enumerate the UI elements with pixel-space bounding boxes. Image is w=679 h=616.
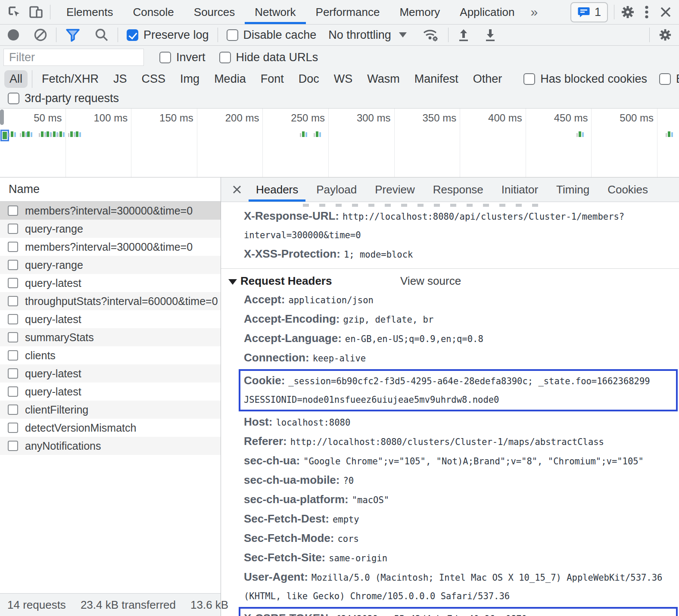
more-tabs-icon[interactable]: » <box>525 5 544 19</box>
disclosure-triangle-icon[interactable] <box>228 279 237 285</box>
request-row[interactable]: throughputStats?interval=60000&time=0 <box>0 292 221 310</box>
third-party-checkbox[interactable] <box>8 93 19 104</box>
request-row-checkbox[interactable] <box>8 242 18 252</box>
record-network-log-icon[interactable] <box>7 28 20 41</box>
detail-tab[interactable]: Response <box>424 177 492 202</box>
request-row[interactable]: query-latest <box>0 310 221 328</box>
resource-type-chip[interactable]: Wasm <box>362 70 405 88</box>
has-blocked-cookies-checkbox[interactable] <box>523 73 535 85</box>
request-row[interactable]: query-latest <box>0 364 221 383</box>
request-row[interactable]: clientFiltering <box>0 401 221 419</box>
device-toolbar-icon[interactable] <box>28 5 44 19</box>
invert-checkbox[interactable] <box>159 52 171 63</box>
request-row-checkbox[interactable] <box>8 404 18 415</box>
view-source-link[interactable]: View source <box>400 271 461 290</box>
detail-tab[interactable]: Preview <box>366 177 424 202</box>
export-har-icon[interactable] <box>484 28 497 42</box>
divider <box>56 28 56 42</box>
resource-type-chip[interactable]: JS <box>108 70 132 88</box>
disable-cache-checkbox[interactable] <box>227 29 238 41</box>
request-row[interactable]: members?interval=300000&time=0 <box>0 238 221 256</box>
request-waterfall-mark[interactable] <box>0 130 9 141</box>
preserve-log-checkbox[interactable] <box>127 29 138 41</box>
detail-tab[interactable]: Payload <box>307 177 366 202</box>
settings-gear-icon[interactable] <box>620 5 635 19</box>
request-row-checkbox[interactable] <box>8 350 18 361</box>
request-waterfall-mark[interactable] <box>74 131 81 137</box>
detail-tab[interactable]: Initiator <box>492 177 547 202</box>
request-waterfall-mark[interactable] <box>9 131 16 137</box>
filter-input[interactable] <box>3 49 144 66</box>
import-har-icon[interactable] <box>457 28 470 42</box>
resource-type-chip[interactable]: Media <box>209 70 251 88</box>
request-row[interactable]: summaryStats <box>0 328 221 346</box>
panel-tab[interactable]: Network <box>245 0 305 24</box>
close-detail-icon[interactable] <box>227 177 247 202</box>
filter-icon[interactable] <box>65 28 81 42</box>
devtools-tab-bar: Elements Console Sources Network Perform… <box>0 0 679 25</box>
request-row[interactable]: query-range <box>0 256 221 274</box>
request-waterfall-mark[interactable] <box>25 131 32 137</box>
detail-tab[interactable]: Cookies <box>598 177 657 202</box>
section-title: Request Headers <box>240 274 332 287</box>
request-row-checkbox[interactable] <box>8 332 18 342</box>
request-row[interactable]: detectVersionMismatch <box>0 419 221 437</box>
request-name: summaryStats <box>25 331 94 344</box>
request-row[interactable]: query-latest <box>0 274 221 292</box>
detail-tab[interactable]: Timing <box>547 177 598 202</box>
request-row-checkbox[interactable] <box>8 224 18 234</box>
request-waterfall-mark[interactable] <box>576 131 584 137</box>
header-value: f8443029-ec55-43d4-be7d-a40c96ae0870 <box>336 614 527 616</box>
resource-type-chip[interactable]: WS <box>329 70 358 88</box>
request-row-checkbox[interactable] <box>8 368 18 379</box>
issues-counter-button[interactable]: 1 <box>570 2 608 22</box>
request-row-checkbox[interactable] <box>8 386 18 397</box>
throttling-select[interactable]: No throttling <box>328 28 407 42</box>
network-conditions-icon[interactable] <box>422 28 439 42</box>
more-options-icon[interactable] <box>645 5 649 19</box>
clear-network-log-icon[interactable] <box>34 28 47 42</box>
request-waterfall-mark[interactable] <box>314 131 321 137</box>
panel-tab[interactable]: Memory <box>389 0 450 24</box>
request-row-checkbox[interactable] <box>8 441 18 451</box>
resource-type-chip[interactable]: Font <box>255 70 289 88</box>
request-row[interactable]: anyNotifications <box>0 437 221 455</box>
request-row[interactable]: query-range <box>0 220 221 238</box>
timeline-grippy-handle[interactable] <box>0 109 4 125</box>
request-row-checkbox[interactable] <box>8 423 18 433</box>
network-settings-gear-icon[interactable] <box>658 28 672 42</box>
request-row-checkbox[interactable] <box>8 314 18 324</box>
panel-tab[interactable]: Performance <box>306 0 390 24</box>
resource-type-chip[interactable]: Doc <box>293 70 324 88</box>
panel-tab[interactable]: Elements <box>56 0 123 24</box>
request-headers-list: Acceptapplication/json Accept-Encodinggz… <box>221 290 679 616</box>
request-row-checkbox[interactable] <box>8 296 18 306</box>
request-row-checkbox[interactable] <box>8 260 18 270</box>
resource-type-chip[interactable]: Fetch/XHR <box>32 70 104 88</box>
request-waterfall-mark[interactable] <box>666 131 673 137</box>
request-row-checkbox[interactable] <box>8 205 18 216</box>
panel-tab[interactable]: Console <box>123 0 184 24</box>
request-row-checkbox[interactable] <box>8 278 18 288</box>
panel-tab[interactable]: Application <box>450 0 524 24</box>
resource-type-chip[interactable]: Manifest <box>409 70 464 88</box>
resource-type-chip[interactable]: CSS <box>137 70 171 88</box>
resource-type-chip[interactable]: Img <box>175 70 205 88</box>
hide-data-urls-checkbox[interactable] <box>219 52 231 63</box>
search-icon[interactable] <box>94 28 109 42</box>
request-row[interactable]: query-latest <box>0 383 221 401</box>
resource-type-chip[interactable]: All <box>4 70 28 88</box>
panel-tab[interactable]: Sources <box>184 0 245 24</box>
request-row[interactable]: clients <box>0 346 221 364</box>
network-overview-timeline[interactable]: 50 ms 100 ms 150 ms 200 ms 250 ms 300 ms… <box>0 109 679 177</box>
name-column-header[interactable]: Name <box>0 177 221 202</box>
inspect-element-icon[interactable] <box>7 5 22 19</box>
request-row[interactable]: members?interval=300000&time=0 <box>0 202 221 220</box>
header-name: sec-ch-ua <box>244 454 300 467</box>
detail-tab[interactable]: Headers <box>247 177 307 202</box>
request-waterfall-mark[interactable] <box>57 131 65 137</box>
close-devtools-icon[interactable] <box>659 6 672 19</box>
request-waterfall-mark[interactable] <box>300 131 307 137</box>
resource-type-chip[interactable]: Other <box>468 70 508 88</box>
blocked-requests-checkbox[interactable] <box>659 73 671 85</box>
